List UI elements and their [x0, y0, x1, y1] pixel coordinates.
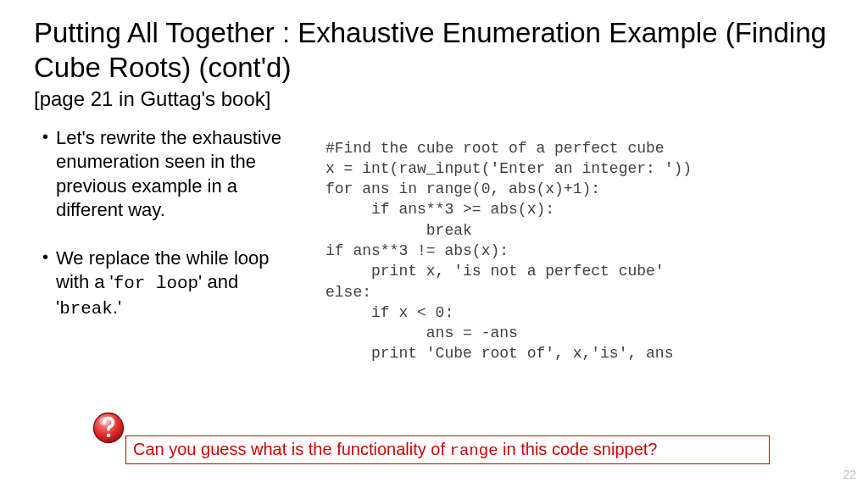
- code-line: if ans**3 != abs(x):: [326, 242, 509, 259]
- bullet-item: • Let's rewrite the exhaustive enumerati…: [39, 126, 305, 223]
- slide: Putting All Together : Exhaustive Enumer…: [0, 0, 868, 364]
- inline-code: range: [450, 441, 498, 460]
- code-line: print x, 'is not a perfect cube': [326, 263, 665, 280]
- code-line: break: [326, 222, 472, 239]
- svg-point-2: [107, 433, 111, 437]
- bullet-item: • We replace the while loop with a 'for …: [39, 247, 305, 320]
- help-icon: [91, 410, 126, 446]
- code-line: if ans**3 >= abs(x):: [326, 201, 554, 218]
- callout-box: Can you guess what is the functionality …: [125, 435, 770, 464]
- bullet-text: We replace the while loop with a 'for lo…: [56, 247, 305, 320]
- code-line: else:: [326, 284, 371, 301]
- code-line: ans = -ans: [326, 324, 518, 341]
- slide-subtitle: [page 21 in Guttag's book]: [34, 87, 834, 111]
- callout-fragment: in this code snippet?: [498, 440, 658, 458]
- code-line: for ans in range(0, abs(x)+1):: [326, 180, 600, 197]
- code-line: x = int(raw_input('Enter an integer: ')): [326, 160, 692, 177]
- inline-code: for loop: [114, 274, 198, 293]
- slide-title: Putting All Together : Exhaustive Enumer…: [34, 15, 834, 86]
- code-block: #Find the cube root of a perfect cube x …: [326, 138, 834, 364]
- code-line: #Find the cube root of a perfect cube: [326, 140, 665, 157]
- bullet-dot: •: [39, 247, 56, 320]
- callout-fragment: Can you guess what is the functionality …: [133, 440, 450, 458]
- code-line: if x < 0:: [326, 304, 453, 321]
- page-number: 22: [843, 468, 856, 481]
- code-line: print 'Cube root of', x,'is', ans: [326, 345, 673, 362]
- inline-code: break: [59, 299, 113, 319]
- right-column: #Find the cube root of a perfect cube x …: [326, 126, 834, 364]
- bullet-dot: •: [39, 126, 56, 223]
- bullet-fragment: .': [113, 297, 121, 318]
- left-column: • Let's rewrite the exhaustive enumerati…: [34, 126, 305, 364]
- bullet-text: Let's rewrite the exhaustive enumeration…: [56, 126, 305, 223]
- body-row: • Let's rewrite the exhaustive enumerati…: [34, 126, 834, 364]
